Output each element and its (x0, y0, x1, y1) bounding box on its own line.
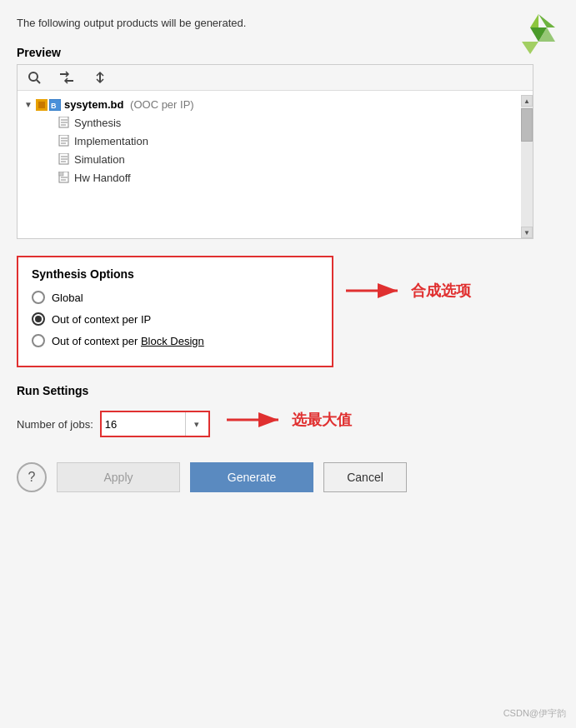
radio-global[interactable] (32, 291, 45, 304)
preview-section: Preview (17, 46, 559, 239)
radio-ooc-bd[interactable] (32, 334, 45, 347)
buttons-row: ? Apply Generate Cancel (17, 462, 559, 492)
sort-button[interactable] (88, 68, 113, 87)
block-design-underlined: Block Design (141, 335, 204, 347)
synthesis-annotation-text: 合成选项 (411, 281, 471, 301)
root-label: sysytem.bd (64, 98, 124, 111)
jobs-dropdown-box[interactable]: 1 2 4 8 16 ▾ (100, 411, 210, 437)
scroll-thumb[interactable] (521, 108, 533, 142)
svg-rect-27 (59, 172, 63, 176)
child-label-handoff: Hw Handoff (74, 172, 131, 184)
tree-child-implementation: Implementation (24, 132, 526, 150)
radio-global-label: Global (52, 292, 83, 304)
radio-row-ooc-bd[interactable]: Out of context per Block Design (32, 334, 318, 347)
apply-button[interactable]: Apply (57, 462, 180, 492)
generate-button[interactable]: Generate (190, 462, 313, 492)
scroll-down-arrow[interactable]: ▼ (521, 227, 533, 238)
preview-toolbar (18, 65, 533, 91)
search-icon (28, 71, 41, 84)
root-suffix: (OOC per IP) (127, 98, 193, 111)
runsettings-annotation-text: 选最大值 (292, 410, 352, 430)
annotation-arrow-synthesis (346, 281, 404, 301)
root-icon-block: B (36, 99, 61, 111)
help-button[interactable]: ? (17, 462, 47, 492)
dropdown-arrow-icon: ▾ (185, 412, 208, 436)
tree-child-simulation: Simulation (24, 150, 526, 168)
doc-icon-implementation (58, 134, 71, 147)
tree-root-row: ▼ B sysytem.bd (OOC per IP) (24, 96, 526, 113)
logo (518, 12, 559, 54)
radio-dot (35, 316, 42, 322)
annotation-arrow-runsettings (227, 410, 285, 430)
run-settings-section: Run Settings Number of jobs: 1 2 4 8 16 … (17, 384, 559, 437)
svg-point-5 (29, 72, 38, 81)
child-label-simulation: Simulation (74, 153, 125, 166)
header-description: The following output products will be ge… (17, 17, 559, 29)
watermark: CSDN@伊宇韵 (503, 707, 566, 720)
svg-marker-0 (538, 14, 555, 27)
collapse-chevron: ▼ (24, 100, 33, 109)
svg-marker-4 (522, 42, 538, 54)
svg-line-6 (37, 80, 40, 83)
synthesis-options-box: Synthesis Options Global Out of context … (17, 256, 333, 367)
run-settings-label: Run Settings (17, 384, 559, 397)
preview-label: Preview (17, 46, 559, 59)
search-button[interactable] (23, 68, 46, 87)
jobs-row: Number of jobs: 1 2 4 8 16 ▾ (17, 411, 210, 437)
tree-child-synthesis: Synthesis (24, 113, 526, 132)
cancel-button[interactable]: Cancel (323, 462, 407, 492)
radio-ooc-ip-label: Out of context per IP (52, 313, 151, 326)
radio-row-ooc-ip[interactable]: Out of context per IP (32, 312, 318, 326)
scrollbar[interactable]: ▲ ▼ (521, 95, 533, 238)
filter-icon-1 (59, 71, 74, 84)
synthesis-options-title: Synthesis Options (32, 267, 318, 281)
radio-ooc-ip[interactable] (32, 312, 45, 326)
jobs-select[interactable]: 1 2 4 8 16 (102, 412, 185, 436)
child-label-implementation: Implementation (74, 135, 148, 147)
filter-button-1[interactable] (54, 68, 79, 87)
synthesis-options-section: Synthesis Options Global Out of context … (17, 256, 559, 367)
sort-icon (93, 71, 108, 84)
hierarchy-icon (36, 99, 48, 111)
preview-box: ▼ B sysytem.bd (OOC per IP) (17, 64, 533, 239)
radio-row-global[interactable]: Global (32, 291, 318, 304)
radio-ooc-bd-label: Out of context per Block Design (52, 335, 204, 347)
run-settings-row: Number of jobs: 1 2 4 8 16 ▾ (17, 402, 559, 437)
synthesis-annotation: 合成选项 (346, 281, 471, 301)
runsettings-annotation: 选最大值 (227, 410, 352, 430)
svg-marker-1 (530, 14, 538, 27)
bd-icon: B (49, 99, 61, 111)
svg-rect-11 (38, 102, 45, 108)
tree-area: ▼ B sysytem.bd (OOC per IP) (18, 91, 533, 234)
doc-icon-synthesis (58, 116, 71, 129)
svg-text:B: B (51, 102, 57, 110)
tree-child-handoff: Hw Handoff (24, 168, 526, 187)
doc-icon-simulation (58, 152, 71, 166)
jobs-label: Number of jobs: (17, 418, 93, 431)
child-label-synthesis: Synthesis (74, 117, 121, 129)
doc-icon-handoff (58, 171, 71, 184)
scroll-up-arrow[interactable]: ▲ (521, 95, 533, 107)
dialog: The following output products will be ge… (0, 0, 576, 728)
